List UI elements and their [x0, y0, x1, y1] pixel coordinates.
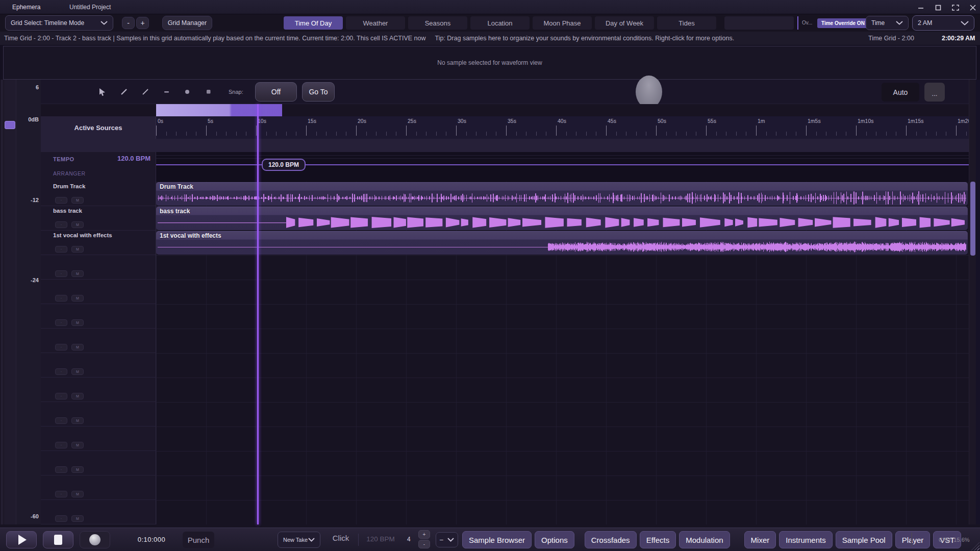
track-mute-button[interactable]: M [71, 515, 84, 522]
dot-tool-button[interactable] [182, 86, 193, 97]
dash-tool-button[interactable] [161, 86, 172, 97]
track-arm-button[interactable]: · [55, 417, 67, 424]
track-mute-button[interactable]: M [71, 270, 84, 277]
preview-empty-message: No sample selected for waveform view [437, 59, 542, 66]
beats-decrement-button[interactable]: - [418, 540, 430, 548]
track-arm-button[interactable]: · [55, 515, 67, 522]
master-fader-track[interactable] [4, 80, 16, 524]
panel-button-instruments[interactable]: Instruments [779, 531, 832, 548]
take-mode-dropdown[interactable]: New Take [278, 532, 320, 548]
line-tool-button[interactable] [140, 86, 151, 97]
panel-button-modulation[interactable]: Modulation [679, 531, 730, 548]
track-mute-button[interactable]: M [71, 417, 84, 424]
resize-grip-icon[interactable] [971, 542, 979, 550]
draw-tool-button[interactable] [118, 86, 130, 97]
track-mute-button[interactable]: M [71, 368, 84, 375]
goto-button[interactable]: Go To [302, 82, 335, 102]
grid-zoom-in-button[interactable]: + [136, 17, 149, 29]
track-mute-button[interactable]: M [71, 491, 84, 497]
track-arm-button[interactable]: · [55, 221, 67, 228]
maximize-button[interactable] [933, 3, 944, 12]
jog-knob[interactable] [636, 76, 662, 108]
auto-button[interactable]: Auto [882, 83, 919, 102]
audio-clip[interactable]: 1st vocal with effects [156, 231, 968, 255]
ruler-tick-minor [646, 132, 646, 136]
minimize-button[interactable] [915, 3, 926, 12]
time-override-toggle[interactable]: Time Override ON [817, 18, 869, 28]
track-arm-button[interactable]: · [55, 368, 67, 375]
track-mute-button[interactable]: M [71, 197, 84, 204]
track-mute-button[interactable]: M [71, 442, 84, 448]
ruler-tick-label: 45s [608, 118, 616, 124]
tab-seasons[interactable]: Seasons [408, 16, 467, 30]
master-fader-handle[interactable] [5, 121, 15, 129]
panel-button-sample-pool[interactable]: Sample Pool [836, 531, 892, 548]
square-tool-button[interactable] [203, 86, 214, 97]
track-arm-button[interactable]: · [55, 246, 67, 253]
tempo-automation-lane[interactable]: 120.0 BPM [156, 152, 969, 182]
fullscreen-button[interactable] [950, 3, 961, 12]
close-button[interactable] [967, 3, 978, 12]
track-arm-button[interactable]: · [55, 466, 67, 473]
track-arm-button[interactable]: · [55, 344, 67, 350]
audio-clip[interactable]: Drum Track [156, 182, 968, 206]
vertical-scrollbar-thumb[interactable] [970, 182, 975, 256]
tab-day-of-week[interactable]: Day of Week [595, 16, 654, 30]
edit-toolbar: Snap: Off Go To Auto ... [41, 80, 969, 104]
tempo-value[interactable]: 120.0 BPM [117, 155, 150, 162]
track-arm-button[interactable]: · [55, 442, 67, 448]
panel-button-crossfades[interactable]: Crossfades [585, 531, 637, 548]
audio-clip[interactable]: bass track [156, 207, 968, 230]
cpu-usage: CPU: 15.6% [939, 537, 970, 543]
track-arm-button[interactable]: · [55, 295, 67, 302]
vertical-scrollbar[interactable] [969, 80, 976, 524]
panel-button-effects[interactable]: Effects [640, 531, 676, 548]
play-button[interactable] [6, 531, 37, 548]
track-mute-button[interactable]: M [71, 344, 84, 350]
punch-button[interactable]: Punch [183, 532, 214, 548]
stop-button[interactable] [43, 531, 73, 548]
select-tool-button[interactable] [97, 86, 108, 97]
chevron-down-icon [447, 538, 454, 542]
override-mode-dropdown[interactable]: Time [866, 16, 909, 30]
loop-selection-range[interactable] [156, 104, 282, 116]
tab-location[interactable]: Location [470, 16, 530, 30]
more-options-button[interactable]: ... [924, 83, 945, 102]
track-arm-button[interactable]: · [55, 270, 67, 277]
track-mini-buttons: ·M [55, 319, 84, 326]
track-mute-button[interactable]: M [71, 466, 84, 473]
loop-selection-row[interactable] [41, 104, 969, 116]
grid-manager-button[interactable]: Grid Manager [162, 16, 212, 30]
left-resize-gutter[interactable] [0, 80, 4, 524]
click-toggle-button[interactable]: Click [326, 534, 355, 542]
stop-icon [54, 535, 62, 545]
snap-toggle-button[interactable]: Off [255, 82, 297, 102]
tab-tides[interactable]: Tides [657, 16, 716, 30]
track-mute-button[interactable]: M [71, 319, 84, 326]
tab-weather[interactable]: Weather [346, 16, 405, 30]
record-button[interactable] [80, 531, 110, 548]
track-mute-button[interactable]: M [71, 221, 84, 228]
panel-button-options[interactable]: Options [535, 531, 574, 548]
ruler-tick-minor [836, 132, 837, 136]
panel-button-mixer[interactable]: Mixer [744, 531, 776, 548]
track-arm-button[interactable]: · [55, 393, 67, 399]
timeline-ruler[interactable]: 0s5s10s15s20s25s30s35s40s45s50s55s1m1m5s… [156, 116, 969, 139]
beats-increment-button[interactable]: + [418, 530, 430, 539]
playhead[interactable] [257, 104, 259, 524]
track-mute-button[interactable]: M [71, 295, 84, 302]
track-arm-button[interactable]: · [55, 197, 67, 204]
track-mute-button[interactable]: M [71, 246, 84, 253]
panel-button-player[interactable]: Player [895, 531, 931, 548]
grid-select-dropdown[interactable]: Grid Select: Timeline Mode [5, 15, 113, 31]
tempo-marker-badge[interactable]: 120.0 BPM [262, 159, 306, 171]
track-mute-button[interactable]: M [71, 393, 84, 399]
grid-zoom-out-button[interactable]: - [122, 17, 135, 29]
override-value-dropdown[interactable]: 2 AM [912, 15, 974, 31]
track-arm-button[interactable]: · [55, 491, 67, 497]
panel-button-sample-browser[interactable]: Sample Browser [462, 531, 532, 548]
tab-time-of-day[interactable]: Time Of Day [284, 16, 343, 30]
track-arm-button[interactable]: · [55, 319, 67, 326]
meter-dropdown[interactable]: – [436, 532, 458, 547]
tab-moon-phase[interactable]: Moon Phase [533, 16, 592, 30]
